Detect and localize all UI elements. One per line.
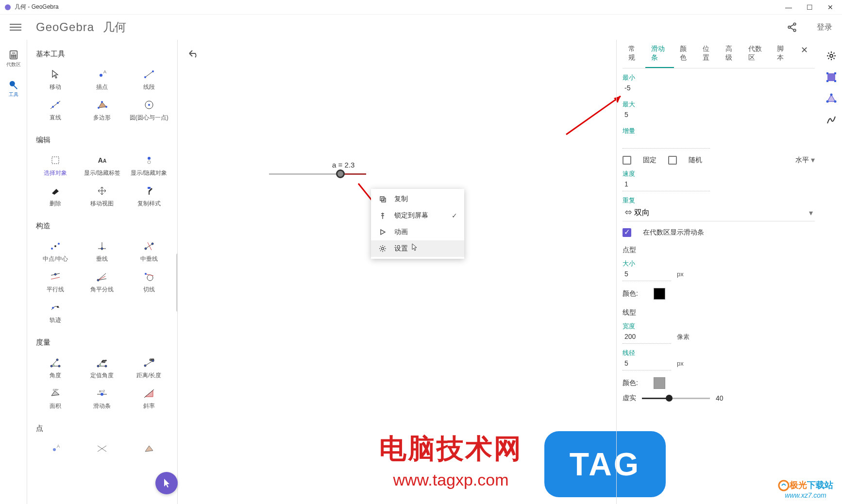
svg-point-42 [152, 243, 153, 245]
tool-extremum[interactable] [126, 439, 172, 458]
tool-move[interactable]: 移动 [32, 65, 79, 95]
tool-area[interactable]: cm²面积 [32, 384, 79, 414]
close-panel-button[interactable]: ✕ [794, 40, 815, 68]
svg-point-97 [779, 481, 789, 490]
tool-point[interactable]: A描点 [79, 65, 125, 95]
line-color-swatch[interactable] [654, 377, 665, 389]
tab-general[interactable]: 常规 [623, 40, 645, 68]
svg-point-63 [144, 365, 146, 367]
ctx-lock-screen[interactable]: 锁定到屏幕 ✓ [371, 207, 464, 224]
window-close-button[interactable]: ✕ [827, 3, 833, 11]
chevron-down-icon: ▾ [809, 208, 813, 218]
size-input[interactable] [623, 268, 671, 281]
tool-slope[interactable]: 斜率 [126, 384, 172, 414]
dashed-slider[interactable] [642, 398, 710, 399]
tool-move-view[interactable]: 移动视图 [79, 181, 125, 212]
app-logo: GeoGebra [36, 20, 94, 34]
tool-polygon[interactable]: 多边形 [79, 95, 125, 126]
svg-point-53 [52, 307, 54, 309]
tab-algebra[interactable]: 代数区 [742, 40, 771, 68]
svg-point-96 [826, 101, 829, 103]
tool-intersect[interactable] [79, 439, 125, 458]
window-title: 几何 - GeoGebra [15, 3, 59, 11]
slider-handle[interactable] [336, 169, 345, 178]
repeat-select[interactable]: ⇔ 双向 ▾ [623, 205, 815, 221]
tool-showhide-object[interactable]: 显示/隐藏对象 [126, 151, 172, 181]
undo-button[interactable] [187, 49, 199, 58]
max-value[interactable]: 5 [623, 109, 815, 122]
tool-delete[interactable]: 删除 [32, 181, 79, 212]
tool-line[interactable]: 直线 [32, 95, 79, 126]
svg-point-64 [152, 360, 154, 362]
tool-locus[interactable]: 轨迹 [32, 298, 79, 328]
show-in-algebra-checkbox[interactable] [623, 228, 631, 237]
tool-showhide-label[interactable]: AA显示/隐藏标签 [79, 151, 125, 181]
share-icon[interactable] [787, 22, 797, 33]
fixed-checkbox[interactable] [623, 156, 631, 165]
repeat-value: ⇔ 双向 [624, 208, 650, 218]
tool-perpbisector[interactable]: 中垂线 [126, 236, 172, 267]
line-icon [50, 100, 61, 110]
dashed-value: 40 [716, 394, 724, 402]
tab-advanced[interactable]: 高级 [720, 40, 742, 68]
select-rect-icon[interactable] [826, 72, 837, 83]
tool-bisector[interactable]: 角平分线 [79, 267, 125, 298]
point-color-swatch[interactable] [654, 288, 665, 300]
tool-select[interactable]: 选择对象 [32, 151, 79, 181]
settings-gear-icon[interactable] [826, 50, 837, 61]
slider-track[interactable] [269, 173, 366, 175]
tool-copy-style[interactable]: 复制样式 [126, 181, 172, 212]
fab-pointer-button[interactable] [155, 472, 178, 494]
svg-rect-32 [148, 187, 151, 189]
slider-object[interactable]: a = 2.3 [269, 173, 366, 175]
min-value[interactable]: -5 [623, 82, 815, 95]
app-header: GeoGebra 几何 登录 [0, 15, 842, 40]
rail-algebra[interactable]: 代数区 [6, 50, 21, 68]
canvas-area[interactable]: a = 2.3 复制 锁定到屏幕 ✓ 动画 [178, 40, 616, 504]
shape-style-icon[interactable] [826, 93, 837, 104]
section-construct-title: 构造 [27, 218, 177, 235]
svg-point-55 [51, 365, 52, 367]
tool-segment[interactable]: 线段 [126, 65, 172, 95]
function-icon[interactable] [826, 115, 837, 125]
random-checkbox[interactable] [668, 156, 677, 165]
svg-rect-90 [834, 72, 836, 74]
tool-fixed-angle[interactable]: 45°定值角度 [79, 353, 125, 384]
svg-point-2 [788, 26, 791, 29]
tool-slider[interactable]: a=2滑动条 [79, 384, 125, 414]
play-icon [378, 229, 387, 235]
properties-panel: 常规 滑动条 颜色 位置 高级 代数区 脚本 ✕ 最小 -5 最大 5 增量 固… [616, 40, 842, 504]
width-input[interactable] [623, 331, 671, 344]
tab-color[interactable]: 颜色 [674, 40, 697, 68]
window-maximize-button[interactable]: ☐ [807, 3, 813, 11]
tool-tangent[interactable]: 切线 [126, 267, 172, 298]
tab-script[interactable]: 脚本 [771, 40, 794, 68]
window-minimize-button[interactable]: — [785, 3, 792, 11]
tab-position[interactable]: 位置 [697, 40, 720, 68]
increment-input[interactable] [623, 135, 710, 149]
ctx-animate[interactable]: 动画 [371, 224, 464, 240]
line-radius-input[interactable] [623, 357, 671, 370]
tool-perpendicular[interactable]: 垂线 [79, 236, 125, 267]
svg-line-4 [791, 25, 794, 27]
orientation-select[interactable]: 水平 [795, 156, 809, 165]
watermark: 电脑技术网 www.tagxp.com [379, 431, 522, 489]
tab-slider[interactable]: 滑动条 [645, 40, 674, 68]
tool-distance[interactable]: cm距离/长度 [126, 353, 172, 384]
speed-input[interactable] [623, 178, 710, 191]
ctx-copy[interactable]: 复制 [371, 191, 464, 207]
hamburger-menu-button[interactable] [10, 21, 21, 33]
watermark-title: 电脑技术网 [379, 431, 522, 468]
login-button[interactable]: 登录 [817, 22, 832, 33]
max-label: 最大 [623, 100, 815, 109]
svg-point-14 [10, 82, 14, 86]
svg-point-9 [13, 55, 14, 56]
rail-tools[interactable]: 工具 [8, 80, 19, 98]
tool-midpoint[interactable]: 中点/中心 [32, 236, 79, 267]
svg-point-10 [15, 55, 16, 56]
tool-parallel[interactable]: 平行线 [32, 267, 79, 298]
size-unit: px [677, 270, 684, 278]
tool-point2[interactable]: A [32, 439, 79, 458]
tool-angle[interactable]: 角度 [32, 353, 79, 384]
tool-circle[interactable]: 圆(圆心与一点) [126, 95, 172, 126]
